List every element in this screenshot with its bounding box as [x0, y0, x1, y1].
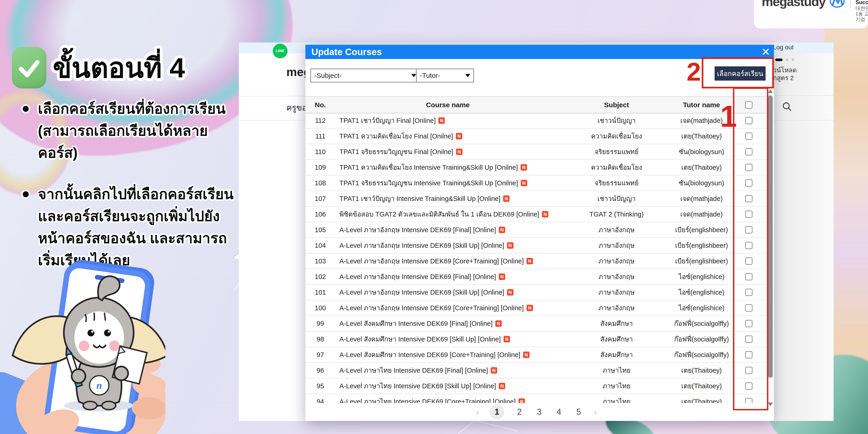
scrollbar-thumb[interactable]: [768, 95, 773, 378]
row-checkbox[interactable]: [745, 195, 752, 202]
row-checkbox[interactable]: [745, 211, 752, 218]
brand-slogan-kr: 대한민국 1등 교육 기업: [856, 5, 868, 22]
row-tutor: เจด(mathjade): [673, 209, 730, 219]
banner-text-partial: กสูตร 2: [773, 74, 794, 82]
pagination-next-icon[interactable]: ›: [594, 407, 597, 417]
row-course-name: A-Level สังคมศึกษา Intensive DEK69 [Fina…: [335, 318, 560, 329]
row-checkbox[interactable]: [745, 257, 752, 265]
row-checkbox[interactable]: [745, 179, 752, 187]
logout-link[interactable]: Log out: [773, 44, 794, 51]
row-no: 101: [305, 289, 335, 296]
scroll-down-icon[interactable]: [768, 403, 773, 406]
carousel-dot[interactable]: [792, 59, 794, 61]
row-checkbox[interactable]: [745, 304, 752, 312]
table-row: 109 TPAT1 ความคิดเชื่อมโยง Intensive Tra…: [305, 160, 768, 176]
row-tutor: ไอซ์(englishice): [673, 287, 730, 298]
table-row: 98 A-Level สังคมศึกษา Intensive DEK69 [S…: [305, 332, 768, 347]
step-title: ขั้นตอนที่ 4: [53, 54, 185, 82]
row-no: 98: [305, 336, 335, 343]
course-name-text: A-Level สังคมศึกษา Intensive DEK69 [Skil…: [339, 334, 501, 344]
course-name-text: A-Level ภาษาไทย Intensive DEK69 [Core+Tr…: [339, 396, 516, 403]
update-courses-modal: Update Courses ✕ -Subject- -Tutor- เลือก…: [305, 45, 774, 421]
row-checkbox-cell: [730, 336, 768, 343]
search-icon[interactable]: [782, 102, 792, 112]
row-no: 104: [305, 242, 335, 249]
carousel-dots[interactable]: [775, 59, 794, 61]
new-badge: N: [499, 227, 505, 233]
row-checkbox[interactable]: [745, 148, 752, 155]
pagination-page-5[interactable]: 5: [574, 407, 583, 417]
instruction-line: เลือกคอร์สเรียนที่ต้องการเรียน: [38, 98, 226, 120]
pagination-page-3[interactable]: 3: [534, 407, 544, 417]
banner-text-partial: วน์โหลด: [773, 66, 797, 74]
row-subject: ภาษาไทย: [560, 396, 673, 403]
row-checkbox[interactable]: [745, 367, 752, 374]
row-no: 108: [305, 179, 335, 187]
row-course-name: A-Level สังคมศึกษา Intensive DEK69 [Core…: [335, 349, 560, 360]
course-table-header: No. Course name Subject Tutor name: [305, 96, 768, 114]
course-name-text: TPAT1 ความคิดเชื่อมโยง Intensive Trainin…: [339, 162, 518, 173]
row-subject: ภาษาอังกฤษ: [560, 240, 673, 251]
row-checkbox[interactable]: [745, 351, 752, 359]
modal-scrollbar[interactable]: [768, 88, 773, 408]
row-no: 107: [305, 195, 335, 203]
table-row: 100 A-Level ภาษาอังกฤษ Intensive DEK69 […: [305, 300, 768, 316]
row-course-name: A-Level ภาษาไทย Intensive DEK69 [Skill U…: [335, 381, 560, 391]
row-tutor: เบียร์(englishbeer): [673, 240, 730, 251]
table-row: 94 A-Level ภาษาไทย Intensive DEK69 [Core…: [305, 394, 768, 403]
table-row: 107 TPAT1 เชาว์ปัญญา Intensive Training&…: [305, 191, 768, 207]
row-checkbox[interactable]: [745, 117, 752, 124]
carousel-dot-active[interactable]: [775, 59, 782, 61]
pagination-page-4[interactable]: 4: [554, 407, 563, 417]
table-row: 101 A-Level ภาษาอังกฤษ Intensive DEK69 […: [305, 285, 768, 300]
select-courses-button[interactable]: เลือกคอร์สเรียน: [715, 66, 766, 81]
row-checkbox[interactable]: [745, 273, 752, 280]
row-subject: ภาษาอังกฤษ: [560, 256, 673, 267]
row-checkbox[interactable]: [745, 226, 752, 234]
pagination-page-1[interactable]: 1: [490, 405, 504, 419]
pagination-page-2[interactable]: 2: [515, 407, 524, 417]
tutor-dropdown[interactable]: -Tutor-: [416, 69, 474, 83]
row-course-name: TPAT1 จริยธรรมวิญญูชน Intensive Training…: [335, 178, 560, 188]
row-course-name: A-Level ภาษาอังกฤษ Intensive DEK69 [Core…: [335, 303, 560, 313]
table-row: 110 TPAT1 จริยธรรมวิญญูชน Final [Onilne]…: [305, 144, 768, 160]
row-checkbox[interactable]: [745, 382, 752, 390]
carousel-dot[interactable]: [786, 59, 788, 61]
table-row: 106 พิชิตข้อสอบ TGAT2 ตัวเลขและมิติสัมพั…: [305, 207, 768, 222]
row-checkbox-cell: [730, 304, 768, 312]
website-screenshot: LINE Log out meg ครูขอ วน์โหลด กสูตร 2 U…: [239, 42, 834, 421]
row-course-name: A-Level ภาษาอังกฤษ Intensive DEK69 [Skil…: [335, 240, 560, 251]
new-badge: N: [519, 398, 525, 403]
row-course-name: TPAT1 จริยธรรมวิญญูชน Final [Onilne] N: [335, 147, 560, 157]
row-checkbox-cell: [730, 273, 768, 280]
row-checkbox-cell: [730, 382, 768, 390]
row-checkbox-cell: [730, 398, 768, 403]
chevron-down-icon: [411, 74, 416, 77]
select-all-checkbox[interactable]: [745, 101, 752, 108]
row-no: 99: [305, 320, 335, 328]
line-icon[interactable]: LINE: [273, 43, 287, 58]
close-icon[interactable]: ✕: [761, 46, 770, 58]
row-no: 106: [305, 211, 335, 218]
row-checkbox[interactable]: [745, 164, 752, 171]
row-tutor: เตย(Thaitoey): [673, 396, 730, 403]
course-name-text: A-Level ภาษาอังกฤษ Intensive DEK69 [Skil…: [339, 240, 504, 251]
row-checkbox[interactable]: [745, 289, 752, 296]
svg-text:n: n: [96, 380, 102, 391]
table-row: 96 A-Level ภาษาไทย Intensive DEK69 [Fina…: [305, 363, 768, 378]
table-row: 108 TPAT1 จริยธรรมวิญญูชน Intensive Trai…: [305, 176, 768, 191]
pagination-prev-icon[interactable]: ‹: [476, 407, 479, 417]
row-checkbox[interactable]: [745, 336, 752, 343]
row-checkbox[interactable]: [745, 320, 752, 327]
row-no: 112: [305, 117, 335, 124]
row-subject: สังคมศึกษา: [560, 334, 673, 344]
scroll-up-icon[interactable]: [768, 89, 773, 93]
row-tutor: เตย(Thaitoey): [673, 162, 730, 173]
row-checkbox[interactable]: [745, 398, 752, 403]
row-checkbox[interactable]: [745, 242, 752, 249]
row-checkbox-cell: [730, 226, 768, 234]
course-name-text: A-Level ภาษาอังกฤษ Intensive DEK69 [Core…: [339, 256, 524, 267]
megastudy-logo-icon: [829, 0, 845, 9]
row-checkbox[interactable]: [745, 132, 752, 140]
subject-dropdown[interactable]: -Subject-: [310, 69, 420, 83]
